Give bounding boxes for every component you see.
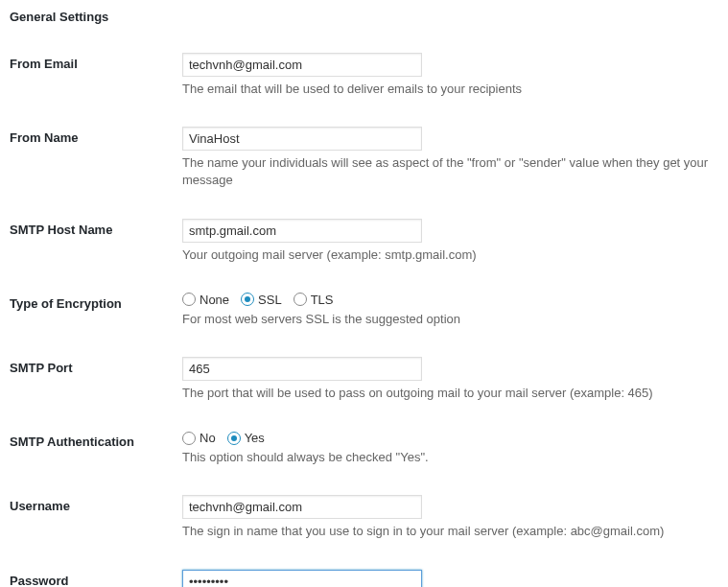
from-name-input[interactable] (182, 127, 422, 151)
auth-no-label: No (200, 431, 216, 445)
label-username: Username (10, 485, 182, 559)
encryption-ssl-label: SSL (258, 293, 282, 307)
desc-smtp-auth: This option should always be checked "Ye… (182, 449, 718, 466)
auth-yes-radio[interactable] (227, 432, 241, 445)
desc-smtp-host: Your outgoing mail server (example: smtp… (182, 247, 718, 264)
auth-yes-label: Yes (245, 431, 265, 445)
auth-no-option[interactable]: No (182, 431, 216, 445)
encryption-tls-option[interactable]: TLS (294, 293, 334, 307)
label-encryption: Type of Encryption (10, 283, 182, 347)
encryption-tls-radio[interactable] (294, 293, 307, 306)
encryption-ssl-option[interactable]: SSL (241, 293, 282, 307)
label-password: Password (10, 560, 182, 588)
label-from-email: From Email (10, 43, 182, 117)
desc-from-email: The email that will be used to deliver e… (182, 81, 718, 98)
smtp-host-input[interactable] (182, 219, 422, 243)
desc-from-name: The name your individuals will see as as… (182, 154, 718, 189)
desc-username: The sign in name that you use to sign in… (182, 523, 718, 540)
label-from-name: From Name (10, 117, 182, 208)
desc-smtp-port: The port that will be used to pass on ou… (182, 385, 718, 402)
row-encryption: Type of Encryption None SSL TLS For most… (10, 283, 718, 347)
encryption-options: None SSL TLS (182, 293, 718, 307)
row-smtp-host: SMTP Host Name Your outgoing mail server… (10, 209, 718, 283)
password-input[interactable] (182, 570, 422, 588)
username-input[interactable] (182, 495, 422, 519)
desc-encryption: For most web servers SSL is the suggeste… (182, 311, 718, 328)
encryption-none-option[interactable]: None (182, 293, 229, 307)
settings-form: From Email The email that will be used t… (10, 43, 718, 587)
row-smtp-port: SMTP Port The port that will be used to … (10, 347, 718, 421)
row-from-name: From Name The name your individuals will… (10, 117, 718, 208)
page-title: General Settings (10, 10, 718, 24)
label-smtp-port: SMTP Port (10, 347, 182, 421)
encryption-tls-label: TLS (311, 293, 334, 307)
smtp-port-input[interactable] (182, 357, 422, 381)
encryption-ssl-radio[interactable] (241, 293, 254, 306)
row-smtp-auth: SMTP Authentication No Yes This option s… (10, 421, 718, 485)
auth-options: No Yes (182, 431, 718, 445)
encryption-none-label: None (200, 293, 229, 307)
auth-yes-option[interactable]: Yes (227, 431, 265, 445)
encryption-none-radio[interactable] (182, 293, 196, 306)
from-email-input[interactable] (182, 53, 422, 77)
label-smtp-auth: SMTP Authentication (10, 421, 182, 485)
auth-no-radio[interactable] (182, 432, 196, 445)
row-from-email: From Email The email that will be used t… (10, 43, 718, 117)
row-username: Username The sign in name that you use t… (10, 485, 718, 559)
label-smtp-host: SMTP Host Name (10, 209, 182, 283)
row-password: Password The security password that you … (10, 560, 718, 588)
